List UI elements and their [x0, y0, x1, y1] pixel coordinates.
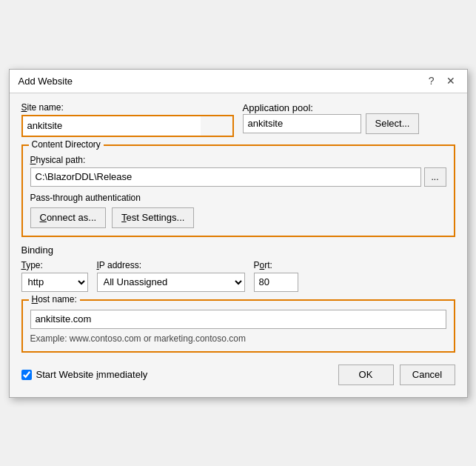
- content-directory-legend: Content Directory: [29, 139, 104, 150]
- host-name-example: Example: www.contoso.com or marketing.co…: [30, 333, 446, 344]
- test-settings-button[interactable]: Test Settings...: [112, 207, 194, 228]
- site-name-input[interactable]: [23, 116, 201, 136]
- ok-button[interactable]: OK: [338, 365, 394, 385]
- start-website-checkbox[interactable]: [21, 370, 32, 380]
- site-name-label: Site name:: [21, 102, 234, 113]
- start-website-checkbox-row: Start Website immediately: [21, 369, 148, 380]
- binding-section: Binding Type: http https IP address: All…: [21, 244, 455, 292]
- cancel-button[interactable]: Cancel: [400, 365, 455, 385]
- connect-as-button[interactable]: Connect as...: [30, 207, 107, 228]
- port-input[interactable]: [254, 273, 298, 292]
- ip-field: IP address: All Unassigned: [97, 260, 245, 292]
- add-website-dialog: Add Website ? ✕ Site name: Application p…: [9, 69, 468, 398]
- type-label: Type:: [21, 260, 88, 270]
- ip-label: IP address:: [97, 260, 245, 270]
- dialog-content: Site name: Application pool: Select... C…: [10, 93, 467, 397]
- dialog-title: Add Website: [19, 76, 73, 87]
- title-bar-buttons: ? ✕: [426, 76, 458, 86]
- help-button[interactable]: ?: [426, 76, 438, 86]
- top-row: Site name: Application pool: Select...: [21, 102, 455, 137]
- host-name-input[interactable]: [30, 310, 446, 329]
- port-field: Port:: [254, 260, 298, 292]
- passthrough-label: Pass-through authentication: [30, 193, 446, 203]
- ip-select[interactable]: All Unassigned: [97, 273, 245, 292]
- site-name-input-wrap: [21, 115, 234, 137]
- auth-buttons: Connect as... Test Settings...: [30, 207, 446, 228]
- select-button[interactable]: Select...: [366, 113, 420, 134]
- port-label: Port:: [254, 260, 298, 270]
- content-directory-section: Content Directory Physical path: ... Pas…: [21, 144, 455, 237]
- title-bar: Add Website ? ✕: [10, 70, 467, 93]
- site-name-group: Site name:: [21, 102, 234, 137]
- browse-button[interactable]: ...: [424, 167, 446, 187]
- binding-title: Binding: [21, 244, 455, 256]
- physical-path-input[interactable]: [30, 167, 421, 187]
- type-field: Type: http https: [21, 260, 88, 292]
- bottom-area: Start Website immediately OK Cancel: [21, 360, 455, 385]
- action-buttons: OK Cancel: [338, 365, 455, 385]
- binding-row: Type: http https IP address: All Unassig…: [21, 260, 455, 292]
- app-pool-row: Select...: [243, 113, 455, 134]
- application-pool-group: Application pool: Select...: [243, 102, 455, 137]
- physical-path-label: Physical path:: [30, 155, 446, 165]
- host-name-legend: Host name:: [29, 294, 80, 304]
- host-name-section: Host name: Example: www.contoso.com or m…: [21, 299, 455, 353]
- start-website-label: Start Website immediately: [36, 369, 148, 380]
- app-pool-label: Application pool:: [243, 102, 455, 113]
- physical-path-row: ...: [30, 167, 446, 187]
- type-select[interactable]: http https: [21, 273, 88, 292]
- close-button[interactable]: ✕: [443, 76, 458, 86]
- app-pool-input[interactable]: [243, 114, 361, 133]
